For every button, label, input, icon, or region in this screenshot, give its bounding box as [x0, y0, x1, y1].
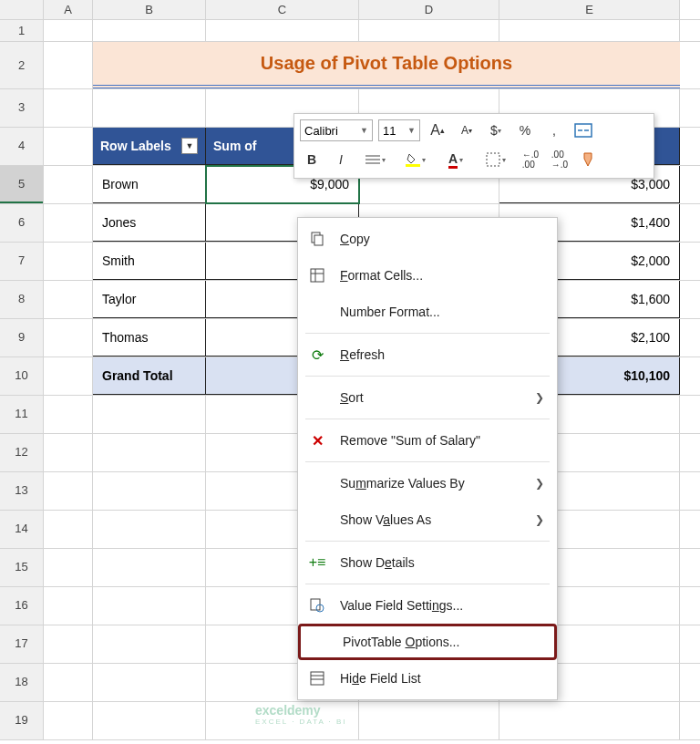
remove-icon: ✕: [307, 432, 327, 450]
copy-icon: [307, 231, 327, 247]
increase-decimal-button[interactable]: ←.0.00: [519, 149, 542, 170]
format-cells-icon: [307, 267, 327, 284]
currency-button[interactable]: $▾: [484, 119, 508, 141]
border-button[interactable]: ▾: [479, 149, 513, 170]
align-button[interactable]: ▾: [358, 149, 393, 170]
format-painter-icon[interactable]: [577, 149, 601, 170]
table-row-label[interactable]: Smith: [93, 243, 206, 280]
watermark: exceldemy EXCEL · DATA · BI: [255, 703, 347, 726]
decrease-decimal-button[interactable]: .00→.0: [548, 149, 571, 170]
row-19: 19: [0, 702, 700, 740]
grand-total-label[interactable]: Grand Total: [93, 357, 206, 395]
menu-show-values[interactable]: Show Values As ❯: [298, 501, 557, 538]
menu-sort[interactable]: Sort ❯: [298, 379, 557, 416]
refresh-icon: ⟳: [307, 346, 327, 364]
svg-rect-5: [487, 153, 499, 166]
show-details-icon: +≡: [307, 554, 327, 571]
context-menu: Copy Format Cells... Number Format... ⟳ …: [297, 217, 558, 700]
italic-button[interactable]: I: [329, 149, 353, 170]
settings-icon: [307, 597, 327, 614]
increase-font-icon[interactable]: A▴: [426, 119, 449, 141]
table-row-label[interactable]: Brown: [93, 166, 206, 203]
select-all-corner[interactable]: [0, 0, 44, 19]
menu-value-field-settings[interactable]: Value Field Settings...: [298, 587, 557, 624]
svg-rect-7: [314, 235, 323, 245]
mini-toolbar: Calibri▼ 11▼ A▴ A▾ $▾ % , B I ▾ ▾ A▾ ▾ ←…: [293, 113, 654, 179]
menu-pivottable-options[interactable]: PivotTable Options...: [298, 624, 557, 660]
col-e[interactable]: E: [499, 0, 680, 19]
table-row-label[interactable]: Jones: [93, 204, 206, 242]
col-b[interactable]: B: [93, 0, 206, 19]
menu-format-cells[interactable]: Format Cells...: [298, 257, 557, 294]
menu-number-format[interactable]: Number Format...: [298, 294, 557, 330]
row-labels-header[interactable]: Row Labels ▼: [93, 128, 206, 165]
merge-icon[interactable]: [571, 119, 595, 141]
svg-rect-8: [311, 269, 324, 282]
col-d[interactable]: D: [359, 0, 499, 19]
percent-button[interactable]: %: [513, 119, 537, 141]
chevron-right-icon: ❯: [535, 391, 544, 404]
bold-button[interactable]: B: [300, 149, 324, 170]
col-c[interactable]: C: [206, 0, 359, 19]
font-name-input[interactable]: Calibri▼: [300, 119, 373, 141]
menu-show-details[interactable]: +≡ Show Details: [298, 544, 557, 581]
chevron-right-icon: ❯: [535, 513, 544, 526]
column-headers: A B C D E: [0, 0, 700, 20]
svg-rect-13: [311, 672, 324, 685]
comma-button[interactable]: ,: [542, 119, 566, 141]
svg-rect-4: [406, 164, 420, 167]
decrease-font-icon[interactable]: A▾: [455, 119, 479, 141]
chevron-down-icon[interactable]: ▼: [181, 138, 198, 154]
menu-hide-field-list[interactable]: Hide Field List: [298, 660, 557, 697]
title-cell[interactable]: Usage of Pivot Table Options: [93, 42, 680, 88]
chevron-right-icon: ❯: [535, 477, 544, 490]
col-a[interactable]: A: [44, 0, 93, 19]
menu-remove[interactable]: ✕ Remove "Sum of Salary": [298, 422, 557, 459]
row-2: 2 Usage of Pivot Table Options: [0, 42, 700, 89]
svg-rect-0: [575, 124, 592, 137]
font-size-input[interactable]: 11▼: [378, 119, 420, 141]
row-1: 1: [0, 20, 700, 42]
fill-color-button[interactable]: ▾: [398, 149, 433, 170]
menu-refresh[interactable]: ⟳ Refresh: [298, 336, 557, 373]
menu-summarize[interactable]: Summarize Values By ❯: [298, 465, 557, 501]
table-row-label[interactable]: Taylor: [93, 281, 206, 318]
font-color-button[interactable]: A▾: [438, 149, 473, 170]
table-row-label[interactable]: Thomas: [93, 319, 206, 356]
field-list-icon: [307, 670, 327, 687]
menu-copy[interactable]: Copy: [298, 221, 557, 257]
